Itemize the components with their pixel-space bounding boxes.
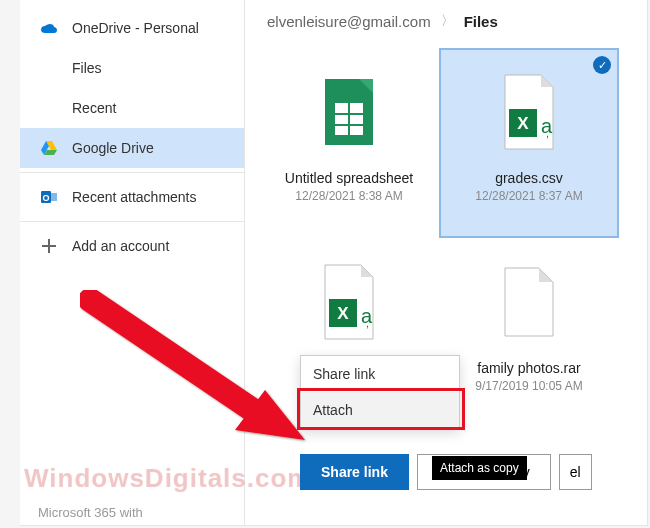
file-name: family photos.rar <box>477 360 580 376</box>
file-tile[interactable]: ✓ X a , grades.csv 12/28/2021 8:37 AM <box>439 48 619 238</box>
sidebar-label: Files <box>72 60 102 76</box>
file-date: 9/17/2019 10:05 AM <box>475 379 582 393</box>
sidebar-item-onedrive[interactable]: OneDrive - Personal <box>20 8 244 48</box>
breadcrumb-current: Files <box>464 13 498 30</box>
file-name: Untitled spreadsheet <box>285 170 413 186</box>
spreadsheet-icon <box>314 68 384 156</box>
breadcrumb: elvenleisure@gmail.com 〉 Files <box>259 12 633 30</box>
context-menu-attach[interactable]: Attach <box>301 392 459 428</box>
context-menu-share-link[interactable]: Share link <box>301 356 459 392</box>
outlook-icon: O <box>40 188 58 206</box>
svg-rect-4 <box>51 193 57 201</box>
sidebar-item-add-account[interactable]: Add an account <box>20 226 244 266</box>
sidebar-label: Add an account <box>72 238 169 254</box>
file-icon <box>494 258 564 346</box>
file-tile[interactable]: family photos.rar 9/17/2019 10:05 AM <box>439 238 619 428</box>
google-drive-icon <box>40 139 58 157</box>
sidebar-label: Recent attachments <box>72 189 197 205</box>
sidebar-item-recent[interactable]: Recent <box>20 88 244 128</box>
background-text: Microsoft 365 with <box>38 505 143 520</box>
svg-text:X: X <box>517 114 529 133</box>
divider <box>20 172 244 173</box>
sidebar: OneDrive - Personal Files Recent Google … <box>20 0 245 525</box>
cancel-button[interactable]: el <box>559 454 592 490</box>
sidebar-label: Recent <box>72 100 116 116</box>
tooltip: Attach as copy <box>432 456 527 480</box>
sidebar-item-files[interactable]: Files <box>20 48 244 88</box>
file-tile[interactable]: Untitled spreadsheet 12/28/2021 8:38 AM <box>259 48 439 238</box>
divider <box>20 221 244 222</box>
attach-file-dialog: OneDrive - Personal Files Recent Google … <box>20 0 648 526</box>
file-date: 12/28/2021 8:38 AM <box>295 189 402 203</box>
csv-icon: X a , <box>314 258 384 346</box>
sidebar-item-google-drive[interactable]: Google Drive <box>20 128 244 168</box>
check-icon: ✓ <box>593 56 611 74</box>
main-area: elvenleisure@gmail.com 〉 Files <box>245 0 647 525</box>
svg-text:,: , <box>366 317 369 329</box>
svg-text:X: X <box>337 304 349 323</box>
csv-icon: X a , <box>494 68 564 156</box>
watermark: WindowsDigitals.com <box>24 463 311 494</box>
breadcrumb-email[interactable]: elvenleisure@gmail.com <box>267 13 431 30</box>
onedrive-icon <box>40 19 58 37</box>
file-name: grades.csv <box>495 170 563 186</box>
svg-text:O: O <box>42 193 49 203</box>
sidebar-item-recent-attachments[interactable]: O Recent attachments <box>20 177 244 217</box>
plus-icon <box>40 237 58 255</box>
share-link-button[interactable]: Share link <box>300 454 409 490</box>
context-menu: Share link Attach <box>300 355 460 429</box>
svg-marker-19 <box>361 265 373 277</box>
chevron-right-icon: 〉 <box>441 12 454 30</box>
sidebar-label: OneDrive - Personal <box>72 20 199 36</box>
sidebar-label: Google Drive <box>72 140 154 156</box>
svg-text:,: , <box>546 127 549 139</box>
file-date: 12/28/2021 8:37 AM <box>475 189 582 203</box>
